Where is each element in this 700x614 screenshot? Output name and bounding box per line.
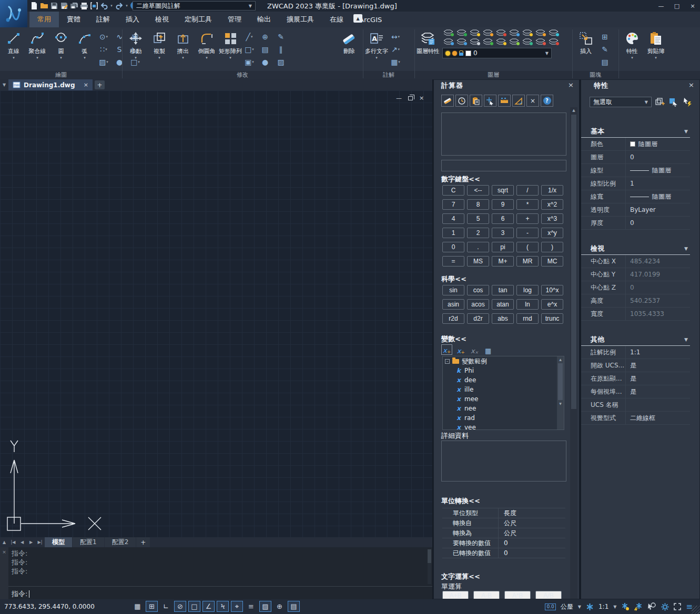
calc-key[interactable]: = [442, 256, 464, 267]
calc-key[interactable]: . [467, 242, 489, 252]
quick-select-icon[interactable] [654, 97, 666, 107]
ribbon-tab-8[interactable]: 輸出 [249, 12, 279, 27]
unit-table-row[interactable]: 轉換為公尺 [442, 528, 565, 538]
layer-merge-icon[interactable] [521, 37, 533, 46]
property-value[interactable]: 二維線框 [625, 412, 690, 424]
hatch-icon[interactable]: ▨▾ [97, 56, 110, 68]
lineweight-toggle[interactable]: ≡ [245, 601, 257, 612]
sci-key[interactable]: tan [492, 285, 514, 295]
calc-key[interactable]: 2 [467, 228, 489, 238]
calc-key[interactable]: 1/x [541, 185, 563, 196]
layer-bulb-icon[interactable] [521, 28, 533, 37]
ribbon-button-arc[interactable]: 弧▾ [73, 28, 96, 70]
prev-layout-icon[interactable]: ◀ [18, 537, 26, 547]
variable-row[interactable]: xille [443, 385, 564, 394]
sci-key[interactable]: 10^x [541, 285, 563, 295]
document-tab[interactable]: DWG Drawing1.dwg × [8, 79, 93, 90]
select-objects-icon[interactable] [667, 97, 680, 107]
layer-on-icon[interactable] [482, 28, 494, 37]
sci-key[interactable]: atan [492, 299, 514, 310]
layer-state-icon[interactable] [482, 37, 494, 46]
layer-lock-icon[interactable] [495, 28, 507, 37]
close-button[interactable]: × [688, 3, 697, 9]
calc-key[interactable]: MC [541, 256, 563, 267]
measure-angle-icon[interactable] [512, 95, 525, 107]
command-prompt[interactable]: 指令: [12, 589, 29, 599]
table-icon[interactable]: ▦▾ [389, 56, 402, 68]
get-coordinates-icon[interactable] [484, 95, 496, 107]
resize-grip[interactable] [692, 606, 700, 614]
property-value[interactable]: ByLayer [625, 203, 690, 216]
trim-icon[interactable]: ╱▾ [242, 30, 256, 43]
expand-command-icon[interactable]: ▲ [0, 537, 8, 547]
viewport-icon[interactable] [89, 1, 98, 10]
mirror-icon[interactable]: ∥ [274, 43, 288, 56]
polar-snap-toggle[interactable]: Ϟ [217, 601, 229, 612]
variable-row[interactable]: xvee [443, 423, 564, 430]
ortho-toggle[interactable]: ∟ [160, 601, 172, 612]
annotation-visibility-icon[interactable] [621, 602, 630, 611]
unit-format-icon[interactable]: 0.0 [545, 603, 555, 610]
unit-table-row[interactable]: 轉換自公尺 [442, 518, 565, 528]
sci-key[interactable]: sin [442, 285, 464, 295]
document-menu-icon[interactable]: ▼ [0, 83, 8, 87]
ribbon-button-palette[interactable]: 特性▾ [621, 28, 644, 70]
property-value[interactable] [625, 398, 690, 411]
calc-key[interactable]: 7 [442, 199, 464, 210]
drawing-canvas[interactable]: — × XY [0, 90, 432, 537]
calculator-scrollbar[interactable]: ▲ [570, 107, 577, 599]
layer-sun-icon[interactable] [534, 28, 546, 37]
variables-folder-row[interactable]: -變數範例 [443, 356, 564, 366]
ribbon-tab-9[interactable]: 擴展工具 [279, 12, 322, 27]
property-value[interactable]: 417.0199 [625, 268, 690, 281]
layer-combo[interactable]: 0▼ [442, 48, 552, 58]
sci-key[interactable]: acos [467, 299, 489, 310]
sci-key[interactable]: log [516, 285, 539, 295]
paste-to-command-icon[interactable] [470, 95, 482, 107]
calc-key[interactable]: - [516, 228, 539, 238]
text-op-button[interactable]: A-B [473, 591, 500, 599]
calculator-close-icon[interactable]: × [568, 81, 574, 89]
calc-key[interactable]: C [442, 185, 464, 196]
quick-properties-toggle[interactable]: ▤ [288, 601, 300, 612]
edit-variable-icon[interactable]: x+ [455, 344, 466, 355]
calc-help-icon[interactable]: ? [541, 95, 553, 107]
property-value[interactable]: 是 [625, 385, 690, 398]
save-icon[interactable] [49, 1, 58, 10]
property-value[interactable]: 隨圖層 [625, 138, 690, 150]
sci-key[interactable]: trunc [541, 313, 563, 324]
ribbon-tab-4[interactable]: 插入 [118, 12, 147, 27]
calc-key[interactable]: 4 [442, 213, 464, 224]
new-document-tab-button[interactable]: + [95, 80, 105, 89]
calc-key[interactable]: + [516, 213, 539, 224]
property-value[interactable]: 是 [625, 372, 690, 385]
layer-off-icon[interactable] [469, 28, 481, 37]
ribbon-button-clipboard[interactable]: 剪貼簿▾ [644, 28, 667, 70]
ribbon-collapse-button[interactable]: ▲ [353, 14, 362, 23]
scientific-section-label[interactable]: 科學<< [441, 274, 466, 284]
layer-thaw-icon[interactable] [455, 28, 468, 37]
section-header[interactable]: 檢視▼ [581, 242, 690, 255]
ribbon-button-insert[interactable]: 插入 [574, 28, 597, 70]
property-value[interactable]: 0 [625, 281, 690, 294]
units-section-label[interactable]: 單位轉換<< [441, 496, 480, 506]
variable-row[interactable]: kPhi [443, 366, 564, 375]
new-variable-icon[interactable]: x+ [441, 344, 452, 355]
edit-hatch-icon[interactable]: ✎ [274, 30, 288, 43]
section-header[interactable]: 基本▼ [581, 125, 690, 138]
calc-key[interactable]: 8 [467, 199, 489, 210]
variables-section-label[interactable]: 變數<< [441, 334, 466, 344]
property-value[interactable]: 1035.4333 [625, 308, 690, 320]
ribbon-button-pline[interactable]: 聚合線▾ [26, 28, 49, 70]
calc-key[interactable]: <-- [467, 185, 489, 196]
workspace-dropdown[interactable]: 二維草圖與註解 ▼ [133, 1, 256, 11]
calc-key[interactable]: M+ [492, 256, 514, 267]
sci-key[interactable]: d2r [467, 313, 489, 324]
point-icon[interactable]: ⊙▾ [97, 30, 110, 43]
open-file-icon[interactable] [39, 1, 48, 10]
sci-key[interactable]: rnd [516, 313, 539, 324]
property-value[interactable]: 540.2537 [625, 294, 690, 307]
calc-key[interactable]: x^3 [541, 213, 563, 224]
attributes-icon[interactable]: ▤ [598, 56, 612, 68]
sci-key[interactable]: e^x [541, 299, 563, 310]
